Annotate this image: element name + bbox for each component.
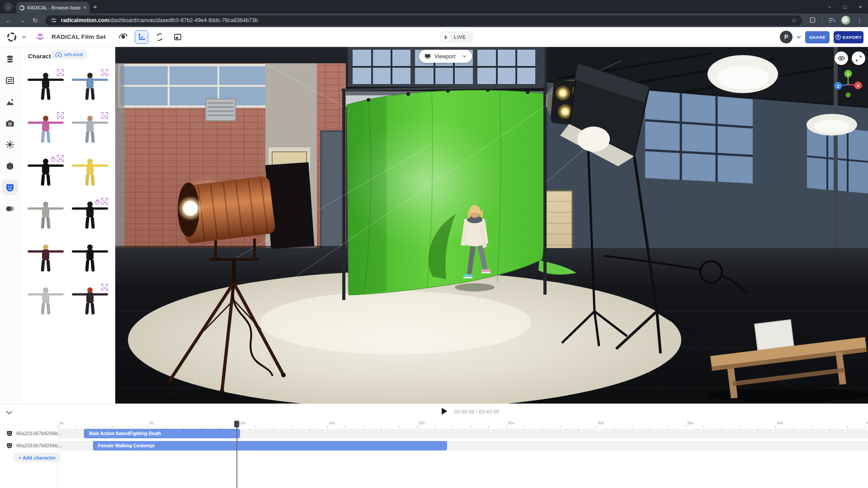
track-name[interactable]: 66a201067b8266b... xyxy=(16,431,62,436)
ruler-tick xyxy=(363,426,363,428)
upload-button[interactable]: UPLOAD xyxy=(51,50,87,59)
sidebar-item-props[interactable] xyxy=(2,159,18,174)
ruler-tick xyxy=(650,426,650,428)
frame-tool-button[interactable] xyxy=(171,30,184,44)
gizmo-axis-x: X xyxy=(857,84,859,88)
reload-icon[interactable]: ↻ xyxy=(33,17,38,24)
sun-icon xyxy=(5,140,14,149)
user-avatar[interactable]: P xyxy=(780,31,793,43)
timeline-clip[interactable]: Female Walking Contempt xyxy=(93,441,447,450)
character-item-dark-skeletal[interactable] xyxy=(24,67,68,110)
sidebar-item-characters[interactable] xyxy=(2,180,18,195)
character-figure xyxy=(71,157,109,192)
track-name[interactable]: 66a201067b8266b... xyxy=(16,443,62,448)
chrome-right-controls: ⋮ xyxy=(809,16,863,25)
window-close-button[interactable]: × xyxy=(853,0,868,14)
character-item-stone-golem[interactable] xyxy=(24,196,68,239)
ruler-tick xyxy=(417,426,417,428)
character-item-gray-hoodie-man[interactable] xyxy=(68,110,112,153)
move-tool-button[interactable] xyxy=(135,30,148,44)
app-toolbar: RADiCAL Film Set LIVE P SHARE EX xyxy=(0,27,868,47)
layers-icon xyxy=(5,55,14,64)
ruler-tick xyxy=(220,426,220,428)
scene-3d[interactable] xyxy=(115,47,868,404)
character-item-blonde-dark-outfit[interactable] xyxy=(24,239,68,282)
orbit-tool-button[interactable] xyxy=(117,30,130,44)
browser-profile-avatar[interactable] xyxy=(841,16,850,25)
orientation-gizmo[interactable]: Y Z X xyxy=(832,68,864,99)
account-chevron-icon[interactable] xyxy=(797,35,801,39)
lightning-bolt-icon xyxy=(441,32,451,42)
ruler-tick xyxy=(453,426,453,428)
playhead-line[interactable] xyxy=(236,421,237,488)
timeline-ruler[interactable]: 0s5s10s15s20s25s30s35s40s45s xyxy=(0,421,868,428)
ruler-tick xyxy=(560,426,561,428)
ruler-tick xyxy=(793,426,794,428)
play-icon xyxy=(441,407,448,415)
rotate-tool-button[interactable] xyxy=(153,30,166,44)
visibility-button[interactable] xyxy=(835,52,848,65)
ruler-tick xyxy=(524,426,525,428)
ruler-tick xyxy=(130,426,130,428)
radical-logo-icon[interactable] xyxy=(6,32,17,42)
viewport-dropdown[interactable]: Viewport xyxy=(419,50,472,63)
hand-capture-badge-icon xyxy=(95,199,100,207)
scene-settings-icon xyxy=(5,76,14,85)
character-item-black-mannequin[interactable] xyxy=(24,153,68,196)
character-item-black-slim[interactable] xyxy=(68,196,112,239)
gizmo-axis-z: Z xyxy=(837,84,840,89)
ruler-tick xyxy=(112,426,113,428)
timeline-clip[interactable]: Male Action SwordFighting Death xyxy=(84,429,240,438)
character-item-tie-dye-girl[interactable] xyxy=(24,110,68,153)
ruler-tick xyxy=(399,426,399,428)
add-character-button[interactable]: + Add character xyxy=(14,453,61,462)
character-item-blue-shirt-man[interactable] xyxy=(68,67,112,110)
omnibox[interactable]: radicalmotion.com/dashboard/canvas/daaed… xyxy=(45,15,802,26)
character-figure xyxy=(27,200,65,235)
timeline-collapse-button[interactable] xyxy=(5,408,13,417)
play-button[interactable] xyxy=(441,407,448,417)
window-minimize-button[interactable]: − xyxy=(822,0,837,14)
extensions-puzzle-icon[interactable] xyxy=(809,17,816,24)
sidebar-item-layers[interactable] xyxy=(2,52,18,67)
face-capture-badge-icon xyxy=(57,69,64,78)
ruler-label: 20s xyxy=(418,421,425,425)
browser-tab[interactable]: RADiCAL - Browser-based 3D d × xyxy=(16,2,90,14)
window-maximize-button[interactable]: □ xyxy=(837,0,853,14)
character-item-gray-mannequin[interactable] xyxy=(24,282,68,324)
playhead-handle[interactable] xyxy=(234,421,239,427)
ruler-tick xyxy=(381,426,381,428)
character-item-yellow-pattern[interactable] xyxy=(68,153,112,196)
sidebar-item-environment[interactable] xyxy=(2,94,18,110)
character-item-red-hair-dark[interactable] xyxy=(68,282,112,324)
character-item-black-silhouette[interactable] xyxy=(68,239,112,282)
sidebar-item-camera[interactable] xyxy=(2,116,18,131)
tab-search-button[interactable]: ⌄ xyxy=(4,2,13,11)
monitor-icon xyxy=(425,54,431,59)
forward-icon[interactable]: → xyxy=(19,17,25,24)
project-menu-chevron-icon[interactable] xyxy=(22,35,26,39)
project-title[interactable]: RADiCAL Film Set xyxy=(52,33,106,40)
fullscreen-button[interactable] xyxy=(852,52,865,65)
ruler-tick xyxy=(274,426,274,428)
sidebar-item-motion[interactable] xyxy=(2,201,18,216)
tab-close-icon[interactable]: × xyxy=(83,5,86,11)
new-tab-button[interactable]: + xyxy=(93,3,97,10)
site-settings-icon[interactable] xyxy=(51,17,57,23)
ruler-tick xyxy=(434,426,435,428)
motion-trail-icon xyxy=(5,204,14,213)
sidebar-item-lighting[interactable] xyxy=(2,137,18,152)
cloud-upload-icon xyxy=(55,52,62,57)
reading-list-icon[interactable] xyxy=(828,17,835,23)
live-toggle[interactable]: LIVE xyxy=(440,31,474,43)
sidebar-item-scenes[interactable] xyxy=(2,73,18,88)
viewport-3d[interactable]: Viewport Y Z X xyxy=(115,47,868,404)
share-button[interactable]: SHARE xyxy=(805,31,830,43)
rotate-icon xyxy=(155,33,164,42)
ruler-label: 15s xyxy=(329,421,335,425)
bookmark-star-icon[interactable]: ☆ xyxy=(791,17,797,24)
export-button[interactable]: EXPORT xyxy=(834,31,863,43)
back-icon[interactable]: ← xyxy=(5,17,12,24)
ruler-tick xyxy=(722,426,722,428)
browser-menu-icon[interactable]: ⋮ xyxy=(856,17,863,24)
